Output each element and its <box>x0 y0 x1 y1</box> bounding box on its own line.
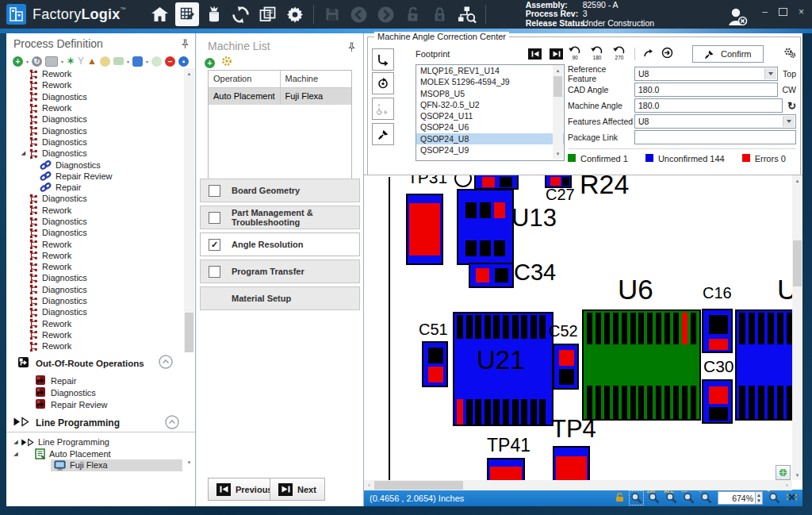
section-board-geometry[interactable]: Board Geometry <box>200 179 360 202</box>
pcb-component-U6[interactable] <box>582 309 701 421</box>
process-editor-icon[interactable] <box>174 1 201 28</box>
print-icon[interactable] <box>45 56 58 67</box>
tree-item-auto-placement[interactable]: ◢ Auto Placement <box>6 448 195 460</box>
scroll-down-icon[interactable]: ▾ <box>792 470 802 480</box>
column-header-operation[interactable]: Operation <box>209 71 281 87</box>
section-part-management-troubleshooting[interactable]: Part Management & Troubleshooting <box>200 206 360 229</box>
zoom-out-large-icon[interactable]: –– <box>683 492 695 504</box>
tree-item[interactable]: Rework <box>6 205 182 216</box>
next-button[interactable]: Next <box>270 478 325 501</box>
pcb-viewer[interactable]: TP31U13C34C27R24C51U21C52U6C16C30UTP41TP… <box>364 175 802 490</box>
tree-item[interactable]: Diagnostics <box>6 272 182 283</box>
route-audit-icon[interactable] <box>454 1 481 28</box>
dart-confirm-button[interactable] <box>372 123 394 145</box>
minimize-button[interactable]: – <box>762 6 768 17</box>
section-program-transfer[interactable]: Program Transfer <box>200 259 360 283</box>
footprint-item[interactable]: MLQP16_REV1_U14 <box>416 65 564 76</box>
forward-icon[interactable] <box>373 1 400 28</box>
expand-caret[interactable]: ◢ <box>11 439 21 445</box>
tree-item-line-programming[interactable]: ◢ Line Programming <box>6 436 195 448</box>
machine-settings-icon[interactable] <box>221 56 232 70</box>
rotate-feature-button[interactable] <box>372 48 394 71</box>
close-button[interactable]: × <box>799 6 804 17</box>
tree-item[interactable]: Rework <box>6 318 182 329</box>
pcb-component-C52[interactable] <box>553 344 579 390</box>
pcb-component-C16[interactable] <box>702 309 733 353</box>
refresh-angle-icon[interactable]: ↻ <box>787 100 796 112</box>
pcb-component-C30[interactable] <box>702 379 733 424</box>
collapse-out-of-route-icon[interactable] <box>159 355 173 369</box>
out-of-route-item[interactable]: Repair <box>6 375 182 386</box>
zoom-lock-icon[interactable] <box>615 492 625 504</box>
column-header-machine[interactable]: Machine <box>281 71 352 87</box>
tree-item[interactable]: ◢Diagnostics <box>6 148 182 159</box>
pcb-component-TP31[interactable] <box>406 194 443 265</box>
back-icon[interactable] <box>346 1 373 28</box>
pcb-vertical-scrollbar[interactable]: ▴ ▾ <box>792 175 802 480</box>
tree-item[interactable]: Diagnostics <box>6 284 182 295</box>
tree-item[interactable]: Diagnostics <box>6 306 182 317</box>
panel-scroll-down-icon[interactable]: ▾ <box>184 457 194 467</box>
tree-item[interactable]: Repair Review <box>6 171 182 182</box>
maximize-button[interactable] <box>779 8 787 16</box>
pcb-component-C34[interactable] <box>469 263 514 288</box>
tree-item[interactable]: Rework <box>6 329 182 340</box>
machine-table-row[interactable]: Auto Placement Fuji Flexa <box>209 88 351 105</box>
zoom-level-input[interactable]: 674% <box>718 491 756 505</box>
lock-icon[interactable] <box>427 1 454 28</box>
pcb-component-U-right[interactable] <box>735 309 799 421</box>
scrollbar-thumb[interactable] <box>185 313 193 352</box>
expand-caret[interactable]: ◢ <box>11 451 21 457</box>
materials-icon[interactable] <box>201 1 228 28</box>
features-affected-select[interactable]: U8 <box>634 114 796 129</box>
footprint-item[interactable]: QSOP24_U9 <box>416 144 564 156</box>
tree-item[interactable]: Rework <box>6 68 182 79</box>
pcb-component-U13[interactable] <box>457 189 514 265</box>
pin-icon[interactable] <box>348 41 355 56</box>
tree-item[interactable]: Rework <box>6 238 182 249</box>
line-programming-header[interactable]: Line Programming <box>13 417 120 429</box>
tree-item[interactable]: Diagnostics <box>6 159 182 170</box>
scroll-up-icon[interactable]: ▴ <box>553 65 563 75</box>
zoom-area-icon[interactable] <box>630 492 642 504</box>
footprint-item[interactable]: QFN-32-0.5_U2 <box>416 99 564 110</box>
pcb-component-comp-top[interactable] <box>474 175 519 190</box>
tree-item[interactable]: Rework <box>6 340 182 352</box>
clone-icon[interactable]: ↻ <box>32 56 42 67</box>
undo-rotation-icon[interactable] <box>643 47 653 61</box>
remove-icon[interactable]: – <box>165 56 175 67</box>
cad-angle-input[interactable]: 180.0 <box>634 83 778 97</box>
sync-icon[interactable] <box>228 1 255 28</box>
tree-item[interactable]: Rework <box>6 102 182 113</box>
unlock-icon[interactable] <box>400 1 427 28</box>
scrollbar-thumb[interactable] <box>553 76 562 97</box>
reports-icon[interactable] <box>255 1 282 28</box>
out-of-route-header[interactable]: Out-Of-Route Operations <box>17 356 144 370</box>
add-dropdown-icon[interactable]: ▾ <box>26 59 29 64</box>
settings-gear-icon[interactable] <box>282 1 308 28</box>
fit-view-icon[interactable] <box>786 492 798 504</box>
rotate-270-icon[interactable]: 270 <box>612 46 626 63</box>
cleanup-icon[interactable]: ▲ <box>87 56 97 67</box>
zoom-stepper[interactable]: ▲▼ <box>756 491 763 505</box>
tree-item[interactable]: Rework <box>6 79 182 90</box>
target-feature-icon[interactable] <box>661 47 673 62</box>
tree-item-fuji-flexa-selected[interactable]: Fuji Flexa <box>51 459 182 471</box>
machine-angle-input[interactable]: 180.0 <box>634 98 783 113</box>
first-footprint-icon[interactable] <box>528 48 542 60</box>
last-footprint-icon[interactable] <box>550 48 563 60</box>
optimize-icon[interactable] <box>100 56 110 67</box>
pcb-horizontal-scrollbar[interactable]: ‹ › <box>364 480 792 490</box>
delete-dropdown-icon[interactable]: ▾ <box>146 59 148 64</box>
logout-user-icon[interactable] <box>723 3 750 30</box>
add-operation-icon[interactable]: + <box>13 56 23 67</box>
tree-item[interactable]: Diagnostics <box>6 216 182 227</box>
footprint-scrollbar[interactable]: ▴ ▾ <box>553 65 563 159</box>
stop-icon[interactable]: ▪ <box>178 56 189 67</box>
tree-item[interactable]: Diagnostics <box>6 193 182 204</box>
tree-item[interactable]: Diagnostics <box>6 91 182 102</box>
tree-item[interactable]: Diagnostics <box>6 125 182 136</box>
section-angle-resolution[interactable]: ✓Angle Resolution <box>200 233 360 256</box>
rotate-all-button[interactable] <box>372 72 394 94</box>
footprint-item[interactable]: MSOP8_U5 <box>416 88 564 99</box>
